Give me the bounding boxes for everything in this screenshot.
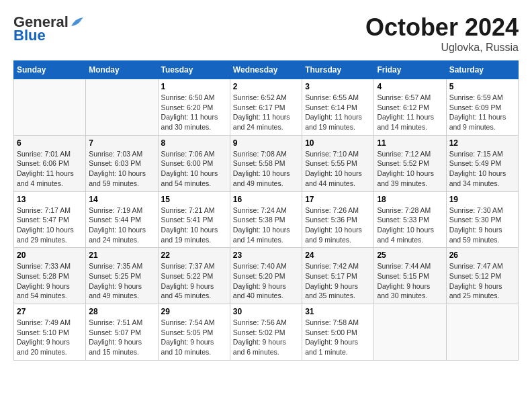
day-number: 13 [17,195,83,204]
header-sunday: Sunday [14,61,86,79]
day-info: Sunrise: 7:51 AMSunset: 5:07 PMDaylight:… [89,318,154,357]
calendar-cell: 16Sunrise: 7:24 AMSunset: 5:38 PMDayligh… [230,191,302,248]
day-info: Sunrise: 7:06 AMSunset: 6:00 PMDaylight:… [161,149,227,189]
day-info: Sunrise: 7:40 AMSunset: 5:20 PMDaylight:… [233,261,299,301]
day-number: 19 [449,195,515,204]
calendar-cell: 25Sunrise: 7:44 AMSunset: 5:15 PMDayligh… [374,248,446,304]
day-info: Sunrise: 6:55 AMSunset: 6:14 PMDaylight:… [305,93,371,132]
calendar-cell: 10Sunrise: 7:10 AMSunset: 5:55 PMDayligh… [302,135,374,191]
day-info: Sunrise: 7:54 AMSunset: 5:05 PMDaylight:… [161,318,227,357]
calendar-cell [446,304,518,361]
day-info: Sunrise: 7:08 AMSunset: 5:58 PMDaylight:… [233,149,299,189]
calendar-cell: 29Sunrise: 7:54 AMSunset: 5:05 PMDayligh… [158,304,230,361]
day-number: 21 [89,250,154,260]
day-info: Sunrise: 7:56 AMSunset: 5:02 PMDaylight:… [233,318,299,357]
week-row-5: 27Sunrise: 7:49 AMSunset: 5:10 PMDayligh… [14,304,519,361]
day-info: Sunrise: 6:59 AMSunset: 6:09 PMDaylight:… [449,93,515,132]
page-title: October 2024 [365,13,519,42]
calendar-cell: 28Sunrise: 7:51 AMSunset: 5:07 PMDayligh… [86,304,158,361]
calendar-cell: 4Sunrise: 6:57 AMSunset: 6:12 PMDaylight… [374,79,446,136]
calendar-cell [374,304,446,361]
day-info: Sunrise: 7:15 AMSunset: 5:49 PMDaylight:… [449,149,515,189]
logo-bird-icon [70,17,85,28]
page-subtitle: Uglovka, Russia [365,42,519,54]
day-info: Sunrise: 7:28 AMSunset: 5:33 PMDaylight:… [377,205,443,245]
week-row-4: 20Sunrise: 7:33 AMSunset: 5:28 PMDayligh… [14,248,519,304]
day-info: Sunrise: 7:37 AMSunset: 5:22 PMDaylight:… [161,261,227,301]
calendar-cell: 8Sunrise: 7:06 AMSunset: 6:00 PMDaylight… [158,135,230,191]
calendar-cell: 27Sunrise: 7:49 AMSunset: 5:10 PMDayligh… [14,304,86,361]
day-number: 28 [89,307,154,316]
day-number: 9 [233,138,299,148]
calendar-cell: 18Sunrise: 7:28 AMSunset: 5:33 PMDayligh… [374,191,446,248]
day-info: Sunrise: 7:19 AMSunset: 5:44 PMDaylight:… [89,205,154,245]
day-info: Sunrise: 7:24 AMSunset: 5:38 PMDaylight:… [233,205,299,245]
day-number: 31 [305,307,371,316]
calendar-cell: 23Sunrise: 7:40 AMSunset: 5:20 PMDayligh… [230,248,302,304]
logo-blue: Blue [13,27,46,44]
day-info: Sunrise: 7:12 AMSunset: 5:52 PMDaylight:… [377,149,443,189]
day-info: Sunrise: 7:49 AMSunset: 5:10 PMDaylight:… [17,318,83,357]
day-info: Sunrise: 7:44 AMSunset: 5:15 PMDaylight:… [377,261,443,301]
day-info: Sunrise: 7:30 AMSunset: 5:30 PMDaylight:… [449,205,515,245]
calendar-cell: 11Sunrise: 7:12 AMSunset: 5:52 PMDayligh… [374,135,446,191]
header-tuesday: Tuesday [158,61,230,79]
day-info: Sunrise: 7:01 AMSunset: 6:06 PMDaylight:… [17,149,83,189]
calendar-cell: 3Sunrise: 6:55 AMSunset: 6:14 PMDaylight… [302,79,374,136]
day-info: Sunrise: 7:47 AMSunset: 5:12 PMDaylight:… [449,261,515,301]
week-row-1: 1Sunrise: 6:50 AMSunset: 6:20 PMDaylight… [14,79,519,136]
calendar-cell: 12Sunrise: 7:15 AMSunset: 5:49 PMDayligh… [446,135,518,191]
day-info: Sunrise: 7:21 AMSunset: 5:41 PMDaylight:… [161,205,227,245]
day-info: Sunrise: 7:26 AMSunset: 5:36 PMDaylight:… [305,205,371,245]
day-info: Sunrise: 6:52 AMSunset: 6:17 PMDaylight:… [233,93,299,132]
header-saturday: Saturday [446,61,518,79]
calendar-cell: 31Sunrise: 7:58 AMSunset: 5:00 PMDayligh… [302,304,374,361]
day-info: Sunrise: 6:57 AMSunset: 6:12 PMDaylight:… [377,93,443,132]
day-number: 12 [449,138,515,148]
day-number: 24 [305,250,371,260]
day-number: 27 [17,307,83,316]
day-number: 22 [161,250,227,260]
day-info: Sunrise: 7:33 AMSunset: 5:28 PMDaylight:… [17,261,83,301]
calendar-cell: 5Sunrise: 6:59 AMSunset: 6:09 PMDaylight… [446,79,518,136]
calendar-table: SundayMondayTuesdayWednesdayThursdayFrid… [13,60,519,361]
day-number: 20 [17,250,83,260]
day-number: 18 [377,195,443,204]
title-block: October 2024 Uglovka, Russia [365,13,519,54]
week-row-3: 13Sunrise: 7:17 AMSunset: 5:47 PMDayligh… [14,191,519,248]
header-thursday: Thursday [302,61,374,79]
day-number: 4 [377,82,443,91]
day-info: Sunrise: 6:50 AMSunset: 6:20 PMDaylight:… [161,93,227,132]
calendar-cell: 7Sunrise: 7:03 AMSunset: 6:03 PMDaylight… [86,135,158,191]
calendar-cell: 20Sunrise: 7:33 AMSunset: 5:28 PMDayligh… [14,248,86,304]
page-header: General Blue October 2024 Uglovka, Russi… [13,13,519,54]
day-number: 10 [305,138,371,148]
day-number: 1 [161,82,227,91]
calendar-cell: 26Sunrise: 7:47 AMSunset: 5:12 PMDayligh… [446,248,518,304]
day-number: 17 [305,195,371,204]
calendar-cell: 9Sunrise: 7:08 AMSunset: 5:58 PMDaylight… [230,135,302,191]
calendar-cell [14,79,86,136]
day-number: 26 [449,250,515,260]
header-monday: Monday [86,61,158,79]
calendar-cell [86,79,158,136]
day-number: 30 [233,307,299,316]
day-number: 6 [17,138,83,148]
header-friday: Friday [374,61,446,79]
week-row-2: 6Sunrise: 7:01 AMSunset: 6:06 PMDaylight… [14,135,519,191]
calendar-cell: 30Sunrise: 7:56 AMSunset: 5:02 PMDayligh… [230,304,302,361]
day-info: Sunrise: 7:10 AMSunset: 5:55 PMDaylight:… [305,149,371,189]
day-number: 2 [233,82,299,91]
day-number: 29 [161,307,227,316]
logo: General Blue [13,13,85,44]
calendar-cell: 17Sunrise: 7:26 AMSunset: 5:36 PMDayligh… [302,191,374,248]
day-number: 8 [161,138,227,148]
header-wednesday: Wednesday [230,61,302,79]
calendar-cell: 1Sunrise: 6:50 AMSunset: 6:20 PMDaylight… [158,79,230,136]
day-info: Sunrise: 7:42 AMSunset: 5:17 PMDaylight:… [305,261,371,301]
day-info: Sunrise: 7:35 AMSunset: 5:25 PMDaylight:… [89,261,154,301]
calendar-cell: 14Sunrise: 7:19 AMSunset: 5:44 PMDayligh… [86,191,158,248]
day-info: Sunrise: 7:17 AMSunset: 5:47 PMDaylight:… [17,205,83,245]
calendar-cell: 24Sunrise: 7:42 AMSunset: 5:17 PMDayligh… [302,248,374,304]
calendar-cell: 6Sunrise: 7:01 AMSunset: 6:06 PMDaylight… [14,135,86,191]
